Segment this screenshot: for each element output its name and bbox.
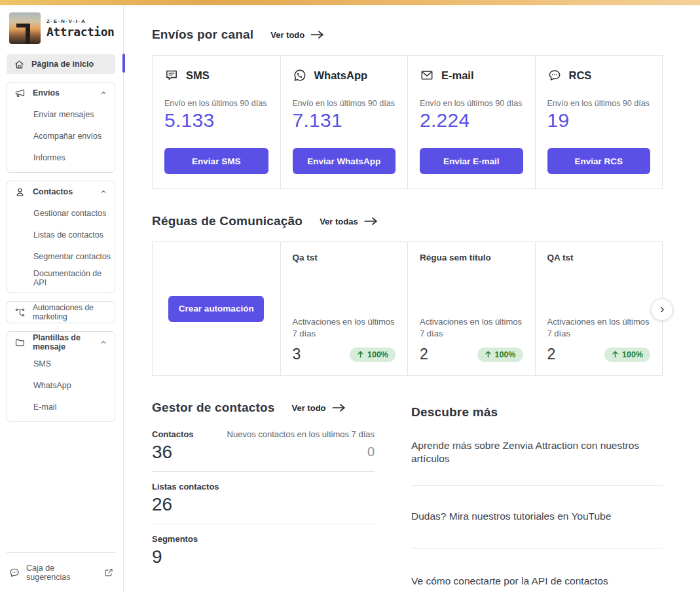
carousel-next-button[interactable] (651, 298, 673, 321)
channel-metric-value: 2.224 (420, 109, 523, 132)
brand-logo-image (9, 12, 41, 44)
rules-section-title: Réguas de Comunicação (152, 214, 303, 228)
rules-section-header: Réguas de Comunicação Ver todas (152, 214, 663, 228)
envelope-icon (420, 68, 434, 82)
rule-activations-value: 2 (420, 346, 428, 363)
contacts-manager-section: Gestor de contactos Ver todo Contactos 3… (152, 401, 375, 588)
sidebar-item-segmentar-contactos[interactable]: Segmentar contactos (7, 245, 115, 267)
sidebar-item-plantillas-email[interactable]: E-mail (7, 396, 115, 418)
sidebar-item-plantillas-whatsapp[interactable]: WhatsApp (7, 374, 115, 396)
rule-card-1[interactable]: Qa tst Activaciones en los últimos 7 día… (280, 242, 408, 375)
rule-metric-label: Activaciones en los últimos 7 días (547, 316, 651, 340)
channels-see-all-link[interactable]: Ver todo (270, 30, 324, 40)
channels-section-header: Envíos por canal Ver todo (152, 27, 663, 42)
sidebar-item-informes[interactable]: Informes (7, 147, 115, 168)
send-rcs-button[interactable]: Enviar RCS (547, 148, 651, 174)
arrow-right-icon (310, 30, 324, 39)
sidebar-group-envios-header[interactable]: Envíos (7, 82, 115, 103)
new-contacts-block: Nuevos contactos en los ultimos 7 días 0 (227, 429, 375, 463)
person-icon (14, 187, 26, 198)
contacts-total-label: Contactos (152, 429, 194, 439)
channel-cards-row: SMS Envío en los últimos 90 días 5.133 E… (152, 55, 663, 189)
sidebar-group-plantillas-header[interactable]: Plantillas de mensaje (7, 332, 115, 353)
segments-value: 9 (152, 546, 198, 567)
brand-logo-text: Z·E·N·V·I·A Attraction (46, 18, 114, 39)
sidebar-item-gestionar-contactos[interactable]: Gestionar contactos (7, 202, 115, 224)
rule-activations-value: 2 (547, 346, 556, 363)
external-link-icon[interactable] (103, 567, 114, 578)
arrow-right-icon (364, 217, 378, 226)
sidebar-item-listas-de-contactos[interactable]: Listas de contactos (7, 224, 115, 245)
channel-metric-value: 19 (547, 109, 651, 132)
sidebar-footer: Caja de sugerencias (0, 552, 123, 591)
folder-icon (14, 337, 26, 348)
delta-badge: 100% (604, 348, 650, 362)
contacts-section-title: Gestor de contactos (152, 401, 275, 415)
send-sms-button[interactable]: Enviar SMS (164, 148, 268, 174)
send-whatsapp-button[interactable]: Enviar WhatsApp (293, 148, 396, 174)
contacts-total-block: Contactos 36 (152, 429, 194, 463)
sidebar-item-home[interactable]: Página de inicio (7, 54, 115, 74)
channel-metric-label: Envío en los últimos 90 días (293, 99, 396, 108)
channel-metric-label: Envío en los últimos 90 días (420, 99, 523, 108)
discover-section: Descubre más Aprende más sobre Zenvia At… (411, 401, 663, 588)
discover-link-articles[interactable]: Aprende más sobre Zenvia Attraction con … (411, 420, 663, 486)
sidebar-item-automaciones[interactable]: Automaciones de marketing (7, 302, 115, 323)
main-content: Envíos por canal Ver todo SMS Envío en l… (124, 5, 700, 591)
rule-card-title: Régua sem título (420, 253, 523, 262)
chevron-up-icon[interactable] (99, 338, 108, 347)
channel-card-rcs-header: RCS (547, 67, 651, 84)
sidebar-scrollbar-thumb[interactable] (122, 54, 125, 73)
channel-card-rcs: RCS Envío en los últimos 90 días 19 Envi… (535, 56, 663, 188)
channel-metric-label: Envío en los últimos 90 días (547, 99, 651, 108)
channel-card-whatsapp-title: WhatsApp (314, 69, 368, 82)
rules-see-all-link[interactable]: Ver todas (320, 217, 378, 226)
sidebar-group-contactos: Contactos Gestionar contactos Listas de … (7, 181, 115, 293)
channel-card-sms-header: SMS (164, 67, 268, 84)
sidebar-item-automaciones-label: Automaciones de marketing (33, 303, 108, 321)
channels-section-title: Envíos por canal (152, 27, 253, 42)
create-automation-button[interactable]: Crear automación (168, 296, 264, 322)
channel-card-email-header: E-mail (420, 67, 523, 84)
rules-see-all-label: Ver todas (320, 217, 358, 226)
sidebar-group-contactos-header[interactable]: Contactos (7, 181, 115, 202)
send-email-button[interactable]: Enviar E-mail (420, 148, 523, 174)
arrow-up-icon (485, 351, 492, 358)
sidebar-group-contactos-label: Contactos (33, 187, 73, 196)
channel-metric-value: 7.131 (293, 109, 396, 132)
channel-card-sms: SMS Envío en los últimos 90 días 5.133 E… (153, 56, 280, 188)
sidebar-item-plantillas-sms[interactable]: SMS (7, 353, 115, 374)
rule-stat-row: 2 100% (547, 346, 651, 363)
rule-card-2[interactable]: Régua sem título Activaciones en los últ… (407, 242, 535, 375)
contacts-section-header: Gestor de contactos Ver todo (152, 401, 375, 415)
sidebar-item-caja-sugerencias[interactable]: Caja de sugerencias (0, 553, 123, 584)
discover-link-youtube[interactable]: Dudas? Mira nuestros tutoriales en YouTu… (411, 486, 663, 548)
rule-card-3[interactable]: QA tst Activaciones en los últimos 7 día… (535, 242, 663, 375)
discover-link-api[interactable]: Ve cómo conectarte por la API de contact… (411, 548, 663, 588)
channel-card-rcs-title: RCS (569, 69, 592, 82)
delta-badge-value: 100% (622, 350, 643, 359)
delta-badge-value: 100% (495, 350, 516, 359)
sidebar-item-enviar-mensajes[interactable]: Enviar mensajes (7, 103, 115, 125)
arrow-up-icon (612, 351, 619, 358)
sidebar-group-plantillas-label: Plantillas de mensaje (33, 333, 92, 351)
rule-card-title: Qa tst (293, 253, 396, 262)
sidebar-group-envios: Envíos Enviar mensajes Acompañar envíos … (7, 82, 115, 173)
home-icon (14, 59, 25, 70)
sidebar-item-caja-sugerencias-label: Caja de sugerencias (26, 564, 98, 582)
rule-metric-label: Activaciones en los últimos 7 días (420, 316, 523, 340)
sidebar-item-documentacion-api[interactable]: Documentación de API (7, 267, 115, 289)
chat-bubble-dots-icon (547, 68, 562, 82)
rules-cards-row: Crear automación Qa tst Activaciones en … (152, 242, 663, 376)
contacts-see-all-link[interactable]: Ver todo (292, 403, 346, 413)
contact-lists-label: Listas contactos (152, 482, 219, 492)
contacts-total-value: 36 (152, 442, 194, 463)
sidebar-item-acompanar-envios[interactable]: Acompañar envíos (7, 125, 115, 147)
chevron-up-icon[interactable] (99, 187, 108, 196)
chevron-up-icon[interactable] (99, 88, 108, 98)
contact-lists-stat-row: Listas contactos 26 (152, 472, 375, 524)
channel-metric-label: Envío en los últimos 90 días (164, 99, 268, 108)
channel-metric-value: 5.133 (164, 109, 268, 132)
new-contacts-label: Nuevos contactos en los ultimos 7 días (227, 429, 375, 439)
sidebar-group-plantillas: Plantillas de mensaje SMS WhatsApp E-mai… (7, 331, 115, 422)
